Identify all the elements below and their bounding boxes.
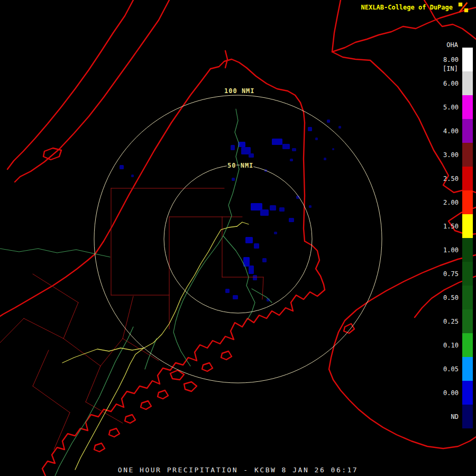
coastal-island: [141, 401, 151, 409]
scale-swatch: [462, 190, 473, 214]
st-lawrence-island: [43, 148, 61, 160]
precip-echo: [253, 275, 257, 280]
precip-echo: [327, 120, 330, 123]
scale-value-label: 1.50: [434, 223, 459, 230]
county-line: [54, 413, 70, 450]
scale-swatch: [462, 333, 473, 357]
scale-value-label: 0.75: [434, 270, 459, 278]
scale-swatch: [462, 143, 473, 167]
precip-echo: [241, 147, 251, 154]
county-line: [33, 350, 49, 386]
range-ring-label: 100 NMI: [224, 87, 255, 95]
precip-echo: [262, 258, 267, 262]
scale-entry: 2.50: [434, 167, 473, 190]
scale-entry: 0.00: [434, 381, 473, 405]
precip-echo: [315, 138, 318, 140]
scale-value-label: 6.00: [434, 80, 459, 87]
scale-swatch: [462, 262, 473, 286]
maine-coastline: [42, 290, 325, 476]
scale-entry: 0.10: [434, 333, 473, 357]
precip-echo: [232, 178, 235, 181]
precip-echo: [233, 295, 238, 299]
st-lawrence-south-shore: [7, 0, 133, 169]
status-bar: ONE HOUR PRECIPITATION - KCBW 8 JAN 26 0…: [0, 466, 476, 474]
river: [223, 236, 255, 319]
scale-swatch: [462, 286, 473, 309]
scale-value-label: 4.00: [434, 127, 459, 135]
precip-echo: [309, 205, 312, 208]
precip-echo: [231, 145, 235, 150]
coastal-island: [125, 415, 135, 423]
scale-entry: 8.00: [434, 48, 473, 71]
scale-value-label: 8.00: [434, 56, 459, 63]
coastal-island: [158, 390, 168, 399]
radar-display: 100 NMI50 NMI NEXLAB-College of DuPage O…: [0, 0, 476, 476]
maine-west-border: [88, 69, 210, 260]
scale-swatch: [462, 95, 473, 119]
range-ring-50-nmi: [164, 165, 312, 313]
scale-swatch: [462, 381, 473, 405]
scale-swatch: [462, 167, 473, 190]
range-ring-100-nmi: [94, 95, 382, 383]
river: [173, 109, 239, 366]
maine-nb-straight-border: [304, 123, 305, 241]
county-line: [63, 338, 100, 366]
scale-entry: 0.50: [434, 286, 473, 309]
scale-entry: 6.00: [434, 71, 473, 95]
precip-echo: [279, 207, 285, 212]
coastal-island: [184, 382, 197, 391]
precip-echo: [292, 148, 296, 151]
scale-value-label: 0.00: [434, 389, 459, 397]
cod-logo-glyph: [457, 2, 470, 13]
scale-entry: ND: [434, 405, 473, 428]
county-line: [86, 366, 100, 402]
precip-echo: [251, 203, 262, 210]
scale-entry: 0.75: [434, 262, 473, 286]
bay-island: [344, 324, 354, 333]
precip-echo: [249, 266, 254, 274]
scale-value-label: 2.50: [434, 175, 459, 182]
scale-value-label: ND: [434, 413, 459, 420]
scale-entry: 3.00: [434, 143, 473, 167]
precip-echo: [338, 126, 341, 129]
precip-echo: [308, 127, 312, 131]
precip-echo: [282, 144, 290, 149]
precip-echo: [254, 243, 259, 249]
precip-echo: [245, 237, 253, 243]
scale-swatch: [462, 214, 473, 238]
scale-entry: 5.00: [434, 95, 473, 119]
county-line: [33, 386, 70, 413]
precip-echo: [324, 158, 326, 160]
coastal-island: [202, 363, 213, 371]
scale-swatch: [462, 238, 473, 262]
precip-echo: [274, 232, 277, 234]
precip-echo: [249, 153, 254, 158]
st-lawrence-north-shore: [15, 0, 169, 182]
coastal-island: [94, 443, 105, 452]
scale-swatch: [462, 48, 473, 71]
precip-echo: [225, 289, 230, 293]
county-line: [86, 402, 123, 423]
coastal-island: [109, 428, 120, 437]
precip-echo: [120, 165, 124, 169]
scale-swatch: [462, 309, 473, 333]
scale-value-label: 5.00: [434, 104, 459, 111]
scale-entry: 1.00: [434, 238, 473, 262]
cod-logo-icon: [457, 2, 470, 13]
river: [55, 327, 133, 476]
maine-quebec-sw-border: [0, 260, 88, 316]
scale-entry: 2.00: [434, 190, 473, 214]
scale-value-label: 0.05: [434, 365, 459, 373]
river: [145, 338, 157, 369]
scale-entry: 1.50: [434, 214, 473, 238]
range-ring-label: 50 NMI: [227, 162, 253, 169]
county-line: [100, 338, 123, 366]
scale-entry: 4.00: [434, 119, 473, 143]
scale-value-label: 0.25: [434, 318, 459, 325]
radar-map: 100 NMI50 NMI: [0, 0, 476, 476]
scale-entry: 0.25: [434, 309, 473, 333]
color-scale: 8.006.005.004.003.002.502.001.501.000.75…: [434, 48, 473, 428]
scale-entry: 0.05: [434, 357, 473, 381]
county-line: [63, 303, 78, 338]
scale-value-label: 0.50: [434, 294, 459, 301]
